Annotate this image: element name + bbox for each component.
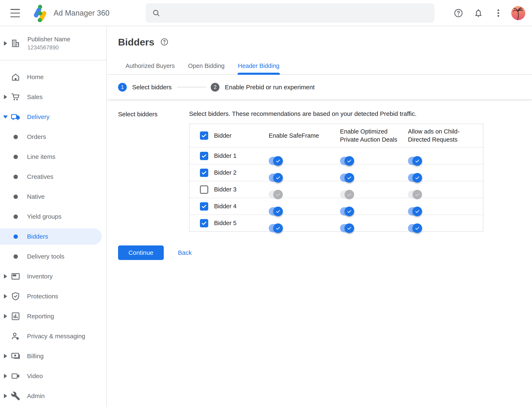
bar-chart-icon — [11, 312, 20, 321]
stepper: 1 Select bidders 2 Enable Prebid or run … — [107, 75, 532, 100]
page-help-icon[interactable] — [160, 38, 169, 46]
more-options-button[interactable] — [488, 3, 508, 23]
bullet-icon — [11, 172, 20, 181]
step-number-badge: 2 — [211, 83, 219, 92]
table-row: Bidder 5 — [190, 214, 483, 231]
bullet-icon — [11, 252, 20, 261]
cart-icon — [11, 92, 20, 102]
top-app-bar: Ad Manager 360 — [0, 0, 532, 26]
video-camera-icon — [11, 371, 20, 381]
expand-down-icon — [3, 116, 8, 118]
bidder-checkbox[interactable] — [200, 202, 208, 211]
step-select-bidders[interactable]: 1 Select bidders — [118, 83, 172, 92]
person-privacy-icon — [11, 331, 20, 341]
building-icon — [11, 39, 20, 48]
bullet-icon — [11, 152, 20, 162]
search-bar[interactable] — [146, 3, 435, 23]
sidebar-item-delivery-tools[interactable]: Delivery tools — [0, 246, 106, 266]
sidebar-item-sales[interactable]: Sales — [0, 87, 106, 107]
sidebar-item-line-items[interactable]: Line items — [0, 147, 106, 167]
table-header-row: Bidder Enable SafeFrame Enable Optimized… — [190, 124, 483, 147]
bidder-checkbox[interactable] — [200, 219, 208, 227]
home-icon — [11, 72, 20, 82]
help-icon — [454, 8, 463, 18]
back-button[interactable]: Back — [175, 248, 195, 258]
wrench-icon — [11, 391, 20, 401]
help-button[interactable] — [448, 3, 468, 23]
sidebar-item-native[interactable]: Native — [0, 187, 106, 207]
select-all-checkbox[interactable] — [200, 132, 208, 140]
bullet-icon — [11, 192, 20, 201]
sidebar-item-yield-groups[interactable]: Yield groups — [0, 207, 106, 227]
sidebar-item-admin[interactable]: Admin — [0, 386, 106, 406]
shield-check-icon — [11, 291, 20, 301]
sidebar-item-billing[interactable]: Billing — [0, 346, 106, 366]
sidebar-item-bidders[interactable]: Bidders — [0, 227, 106, 246]
main-content: Bidders Authorized Buyers Open Bidding H… — [107, 27, 532, 407]
publisher-id: 1234567890 — [27, 44, 70, 51]
step-enable-prebid[interactable]: 2 Enable Prebid or run experiment — [211, 83, 315, 92]
sidebar-item-orders[interactable]: Orders — [0, 127, 106, 147]
truck-icon — [11, 112, 20, 122]
bidder-checkbox[interactable] — [200, 169, 208, 177]
publisher-switcher[interactable]: Publisher Name 1234567890 — [0, 27, 106, 60]
table-row: Bidder 1 — [190, 147, 483, 164]
expand-right-icon — [4, 374, 7, 378]
section-label: Select bidders — [118, 110, 189, 232]
sidebar: Publisher Name 1234567890 Home — [0, 27, 107, 407]
expand-right-icon — [4, 41, 7, 46]
sidebar-item-inventory[interactable]: Inventory — [0, 266, 106, 286]
kebab-menu-icon — [493, 8, 503, 18]
table-description: Select bidders. These recommendations ar… — [189, 110, 483, 117]
expand-right-icon — [4, 294, 7, 299]
menu-icon[interactable] — [10, 9, 20, 17]
table-row: Bidder 3 — [190, 181, 483, 198]
sidebar-item-creatives[interactable]: Creatives — [0, 167, 106, 187]
bullet-icon — [11, 232, 20, 241]
bidder-checkbox[interactable] — [200, 185, 208, 194]
bidders-table: Bidder Enable SafeFrame Enable Optimized… — [189, 124, 483, 232]
sidebar-item-video[interactable]: Video — [0, 366, 106, 386]
notifications-button[interactable] — [468, 3, 488, 23]
sidebar-item-delivery[interactable]: Delivery — [0, 107, 106, 127]
app-title: Ad Manager 360 — [54, 0, 110, 26]
bell-icon — [474, 8, 483, 18]
ad-manager-logo-icon — [31, 4, 49, 22]
tab-header-bidding[interactable]: Header Bidding — [233, 57, 285, 74]
table-row: Bidder 4 — [190, 198, 483, 214]
expand-right-icon — [4, 394, 7, 398]
bullet-icon — [11, 132, 20, 142]
money-bill-icon — [11, 351, 20, 361]
step-connector — [177, 87, 206, 87]
step-number-badge: 1 — [118, 83, 127, 92]
expand-right-icon — [4, 354, 7, 358]
expand-right-icon — [4, 274, 7, 279]
bidder-checkbox[interactable] — [200, 152, 208, 160]
palm-tree-avatar-image — [511, 6, 525, 20]
tab-authorized-buyers[interactable]: Authorized Buyers — [120, 57, 180, 74]
expand-right-icon — [4, 95, 7, 99]
sidebar-item-protections[interactable]: Protections — [0, 286, 106, 306]
search-input[interactable] — [166, 7, 435, 19]
search-icon — [152, 9, 161, 17]
bullet-icon — [11, 212, 20, 221]
tab-open-bidding[interactable]: Open Bidding — [183, 57, 230, 74]
tab-bar: Authorized Buyers Open Bidding Header Bi… — [107, 57, 532, 75]
account-avatar[interactable] — [511, 6, 525, 20]
expand-right-icon — [4, 314, 7, 319]
table-row: Bidder 2 — [190, 164, 483, 181]
page-title: Bidders — [118, 36, 154, 48]
inventory-icon — [11, 272, 20, 281]
continue-button[interactable]: Continue — [118, 245, 164, 260]
sidebar-item-reporting[interactable]: Reporting — [0, 306, 106, 326]
sidebar-item-privacy-messaging[interactable]: Privacy & messaging — [0, 326, 106, 346]
publisher-name: Publisher Name — [27, 36, 70, 43]
sidebar-item-home[interactable]: Home — [0, 67, 106, 87]
